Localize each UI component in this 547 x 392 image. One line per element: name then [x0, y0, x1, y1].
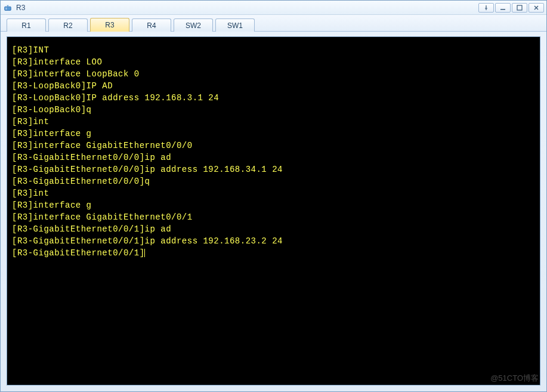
terminal-line: [R3]int [12, 116, 535, 128]
terminal-line: [R3]interface g [12, 199, 535, 211]
terminal-line: [R3]interface GigabitEthernet0/0/1 [12, 211, 535, 223]
pin-button[interactable] [478, 3, 494, 13]
terminal-container: [R3]INT[R3]interface LOO[R3]interface Lo… [1, 32, 546, 391]
cursor [144, 249, 145, 257]
svg-rect-4 [517, 5, 522, 10]
terminal-line: [R3-GigabitEthernet0/0/0]ip address 192.… [12, 163, 535, 175]
terminal-line: [R3-LoopBack0]q [12, 104, 535, 116]
terminal-line: [R3-GigabitEthernet0/0/1] [12, 247, 535, 259]
tab-sw1[interactable]: SW1 [215, 18, 255, 32]
terminal-line: [R3-LoopBack0]IP address 192.168.3.1 24 [12, 92, 535, 104]
window-title: R3 [16, 4, 478, 12]
tab-r2[interactable]: R2 [48, 18, 88, 32]
terminal-line: [R3-GigabitEthernet0/0/0]q [12, 175, 535, 187]
tab-bar: R1 R2 R3 R4 SW2 SW1 [1, 15, 546, 32]
close-button[interactable] [529, 3, 544, 13]
app-icon [3, 3, 13, 13]
terminal-line: [R3]INT [12, 44, 535, 56]
window-controls [478, 3, 544, 13]
svg-rect-0 [5, 7, 11, 10]
terminal[interactable]: [R3]INT[R3]interface LOO[R3]interface Lo… [7, 36, 540, 385]
minimize-button[interactable] [495, 3, 511, 13]
terminal-line: [R3-GigabitEthernet0/0/1]ip address 192.… [12, 235, 535, 247]
tab-r4[interactable]: R4 [132, 18, 171, 32]
terminal-line: [R3]interface GigabitEthernet0/0/0 [12, 140, 535, 152]
svg-rect-3 [500, 9, 505, 10]
tab-r1[interactable]: R1 [7, 18, 46, 32]
tab-r3[interactable]: R3 [90, 18, 129, 32]
terminal-line: [R3]interface g [12, 128, 535, 140]
maximize-button[interactable] [512, 3, 527, 13]
svg-rect-1 [6, 8, 7, 8]
svg-rect-2 [6, 8, 7, 9]
app-window: R3 R1 R2 R3 R4 SW2 SW1 [R3]INT[R3]interf… [0, 0, 547, 392]
terminal-line: [R3]interface LOO [12, 56, 535, 68]
tab-sw2[interactable]: SW2 [174, 18, 213, 32]
terminal-line: [R3-GigabitEthernet0/0/0]ip ad [12, 152, 535, 163]
terminal-line: [R3]interface LoopBack 0 [12, 68, 535, 80]
terminal-line: [R3-GigabitEthernet0/0/1]ip ad [12, 223, 535, 235]
terminal-line: [R3-LoopBack0]IP AD [12, 80, 535, 92]
titlebar: R3 [1, 1, 546, 15]
terminal-line: [R3]int [12, 187, 535, 199]
